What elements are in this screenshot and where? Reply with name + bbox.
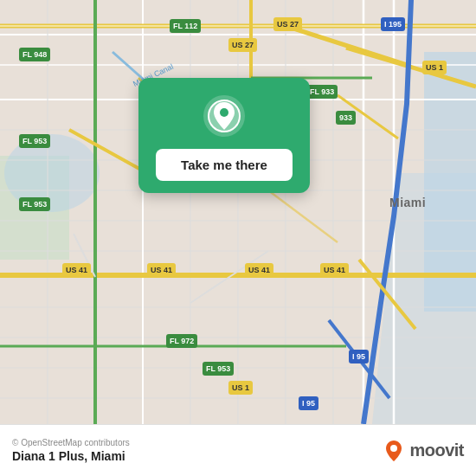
take-me-there-button[interactable]: Take me there [156, 149, 293, 181]
svg-point-47 [390, 445, 397, 452]
bottom-left-info: © OpenStreetMap contributors Diana 1 Plu… [12, 438, 130, 463]
attribution-text: © OpenStreetMap contributors [12, 438, 130, 447]
svg-line-41 [268, 190, 338, 242]
road-badge-i95a: I 95 [349, 350, 369, 363]
road-badge-fl953-lower: FL 953 [203, 362, 234, 376]
svg-marker-3 [372, 173, 476, 424]
location-title: Diana 1 Plus, Miami [12, 449, 130, 463]
road-badge-us41a: US 41 [62, 263, 91, 277]
moovit-pin-icon [382, 439, 406, 463]
road-badge-fl953-mid: FL 953 [19, 197, 50, 211]
road-badge-us41b: US 41 [147, 263, 176, 277]
road-badge-fl112: FL 112 [170, 19, 201, 33]
road-badge-us27b: US 27 [273, 17, 302, 31]
moovit-logo: moovit [382, 439, 464, 463]
road-badge-i95b: I 95 [299, 396, 318, 410]
road-badge-us41d: US 41 [320, 263, 349, 277]
road-badge-fl953-upper: FL 953 [19, 134, 50, 148]
road-badge-us1-top: US 1 [422, 61, 447, 74]
bottom-bar: © OpenStreetMap contributors Diana 1 Plu… [0, 424, 476, 476]
moovit-text: moovit [409, 441, 464, 460]
svg-point-46 [220, 108, 228, 117]
road-badge-fl948: FL 948 [19, 48, 50, 61]
road-badge-us27a: US 27 [228, 38, 257, 52]
road-badge-933: 933 [336, 111, 356, 125]
road-badge-us1-lower: US 1 [228, 381, 253, 395]
location-pin-icon [202, 93, 247, 138]
road-badge-fl933: FL 933 [306, 85, 338, 99]
map-view: FL 112 US 27 US 27 I 195 FL 948 US 1 FL … [0, 0, 476, 424]
road-badge-i195: I 195 [381, 17, 405, 31]
location-card: Take me there [138, 78, 310, 193]
road-badge-fl972: FL 972 [166, 334, 197, 348]
road-badge-us41c: US 41 [245, 263, 273, 277]
city-label-miami: Miami [389, 196, 426, 209]
